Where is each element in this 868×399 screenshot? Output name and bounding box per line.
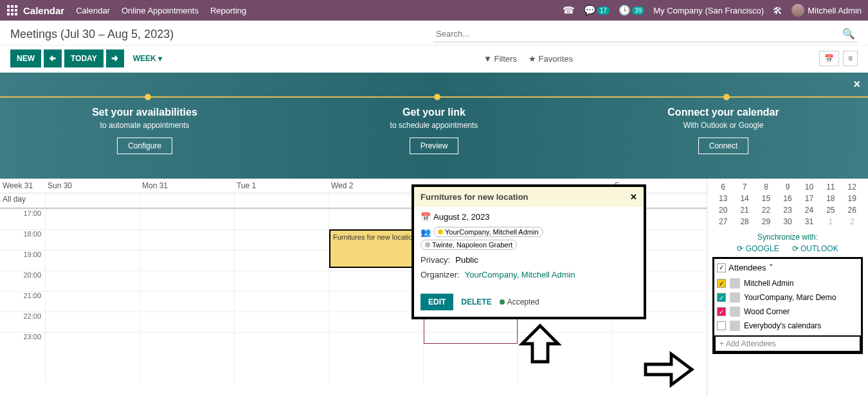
- edit-button[interactable]: EDIT: [420, 294, 453, 310]
- day-header[interactable]: Mon 31: [140, 179, 234, 193]
- attendee-checkbox[interactable]: ✓: [717, 307, 726, 316]
- calendar-view-icon[interactable]: 📅: [819, 51, 839, 66]
- attendee-name: YourCompany, Marc Demo: [744, 293, 836, 302]
- day-column[interactable]: Furnitures for new location: [329, 209, 423, 382]
- prev-button[interactable]: 🠈: [44, 49, 62, 67]
- step-dot-icon: [145, 94, 151, 100]
- attendee-checkbox[interactable]: ✓: [717, 293, 726, 302]
- step-dot-icon: [723, 94, 730, 100]
- week-label: Week 31: [0, 179, 45, 193]
- onboarding-banner: × Set your availabilities to automate ap…: [0, 73, 868, 179]
- popover-attendees-row: 👥 YourCompany, Mitchell Admin Twinte, Na…: [420, 227, 637, 250]
- allday-cell[interactable]: [234, 193, 329, 208]
- privacy-value: Public: [455, 255, 478, 265]
- filters-button[interactable]: ▼ Filters: [484, 54, 517, 64]
- status-badge[interactable]: Accepted: [500, 297, 539, 306]
- attendee-row[interactable]: Everybody's calendars: [717, 319, 858, 333]
- allday-cell[interactable]: [140, 193, 234, 208]
- banner-sub: to automate appointments: [0, 121, 289, 130]
- banner-sub: to schedule appointments: [289, 121, 579, 130]
- event-chip[interactable]: Furnitures for new location: [329, 229, 422, 268]
- connect-button[interactable]: Connect: [698, 137, 749, 154]
- day-column[interactable]: [140, 209, 234, 382]
- day-header[interactable]: Tue 1: [234, 179, 329, 193]
- hour-label: 21:00: [0, 291, 45, 312]
- event-popover: Furnitures for new location ✕ 📅 August 2…: [411, 184, 646, 319]
- search-input[interactable]: [433, 26, 858, 42]
- popover-date: August 2, 2023: [433, 212, 489, 222]
- support-icon[interactable]: ☎: [563, 4, 575, 16]
- attendee-checkbox[interactable]: ✓: [717, 279, 726, 288]
- mini-calendar[interactable]: 6789101112 13141516171819 20212223242526…: [712, 181, 863, 227]
- chat-badge: 17: [597, 6, 610, 15]
- banner-title: Get your link: [289, 107, 579, 118]
- activity-icon[interactable]: 🕓39: [619, 4, 644, 16]
- nav-reporting[interactable]: Reporting: [210, 6, 246, 15]
- popover-title: Furnitures for new location: [420, 192, 630, 202]
- day-header[interactable]: Sun 30: [45, 179, 140, 193]
- day-column[interactable]: [234, 209, 329, 382]
- hour-labels: 17:00 18:00 19:00 20:00 21:00 22:00 23:0…: [0, 209, 45, 382]
- today-button[interactable]: TODAY: [64, 49, 104, 67]
- configure-button[interactable]: Configure: [117, 137, 172, 154]
- delete-button[interactable]: DELETE: [461, 297, 491, 306]
- new-button[interactable]: NEW: [10, 49, 41, 67]
- messaging-icon[interactable]: 💬17: [584, 4, 610, 16]
- preview-button[interactable]: Preview: [410, 137, 459, 154]
- banner-title: Set your availabilities: [0, 107, 289, 118]
- allday-cell[interactable]: [45, 193, 140, 208]
- user-menu[interactable]: Mitchell Admin: [791, 4, 862, 17]
- chevron-down-icon: ˅: [769, 263, 773, 272]
- annotation-arrow-right-icon: [643, 347, 694, 399]
- attendee-checkbox[interactable]: [717, 321, 726, 330]
- hour-label: 19:00: [0, 250, 45, 270]
- sync-label: Synchronize with:: [712, 233, 863, 242]
- hour-label: 17:00: [0, 209, 45, 229]
- banner-sub: With Outlook or Google: [579, 121, 868, 130]
- organizer-link[interactable]: YourCompany, Mitchell Admin: [465, 270, 575, 279]
- attendees-panel: ✓ Attendees ˅ ✓Mitchell Admin ✓YourCompa…: [712, 257, 863, 354]
- sync-outlook-button[interactable]: ⟳ OUTLOOK: [792, 244, 838, 253]
- topbar: Calendar Calendar Online Appointments Re…: [0, 0, 868, 21]
- popover-date-row: 📅 August 2, 2023: [420, 212, 637, 222]
- organizer-label: Organizer:: [420, 270, 460, 279]
- avatar-icon: [730, 292, 740, 303]
- attendee-row[interactable]: ✓YourCompany, Marc Demo: [717, 290, 858, 305]
- favorites-button[interactable]: ★ Favorites: [529, 54, 573, 64]
- attendees-master-checkbox[interactable]: ✓: [717, 263, 726, 272]
- attendees-header[interactable]: ✓ Attendees ˅: [717, 262, 858, 276]
- privacy-label: Privacy:: [420, 255, 450, 265]
- attendee-name: Mitchell Admin: [744, 279, 793, 288]
- company-selector[interactable]: My Company (San Francisco): [653, 6, 764, 15]
- attendee-tag[interactable]: Twinte, Napoleon Grabert: [420, 240, 517, 250]
- avatar-icon: [730, 306, 740, 317]
- attendee-tag[interactable]: YourCompany, Mitchell Admin: [433, 227, 543, 237]
- search-icon[interactable]: 🔍: [842, 28, 855, 40]
- hour-label: 23:00: [0, 332, 45, 353]
- day-column[interactable]: [45, 209, 140, 382]
- sync-google-button[interactable]: ⟳ GOOGLE: [737, 244, 779, 253]
- nav-online-appointments[interactable]: Online Appointments: [122, 6, 199, 15]
- app-brand: Calendar: [23, 5, 64, 16]
- banner-col-availabilities: Set your availabilities to automate appo…: [0, 73, 289, 179]
- apps-icon[interactable]: [6, 4, 18, 16]
- next-button[interactable]: 🠊: [106, 49, 124, 67]
- toolbar: NEW 🠈 TODAY 🠊 WEEK ▾ ▼ Filters ★ Favorit…: [0, 46, 868, 73]
- hour-label: 20:00: [0, 270, 45, 291]
- people-icon: [730, 321, 740, 331]
- view-dropdown[interactable]: WEEK ▾: [133, 54, 162, 63]
- subheader: Meetings (Jul 30 – Aug 5, 2023) 🔍: [0, 21, 868, 46]
- hour-label: 18:00: [0, 229, 45, 250]
- attendee-row[interactable]: ✓Wood Corner: [717, 305, 858, 319]
- page-title: Meetings (Jul 30 – Aug 5, 2023): [10, 28, 174, 41]
- allday-cell[interactable]: [329, 193, 423, 208]
- attendee-row[interactable]: ✓Mitchell Admin: [717, 276, 858, 290]
- nav-calendar[interactable]: Calendar: [76, 6, 110, 15]
- add-attendees-input[interactable]: + Add Attendees: [714, 335, 861, 352]
- popover-actions: EDIT DELETE Accepted: [414, 290, 644, 317]
- list-view-icon[interactable]: ≡: [843, 51, 858, 66]
- day-header[interactable]: Wed 2: [329, 179, 423, 193]
- attendee-name: Everybody's calendars: [744, 321, 821, 330]
- debug-icon[interactable]: 🛠: [773, 5, 782, 16]
- close-icon[interactable]: ✕: [630, 192, 637, 202]
